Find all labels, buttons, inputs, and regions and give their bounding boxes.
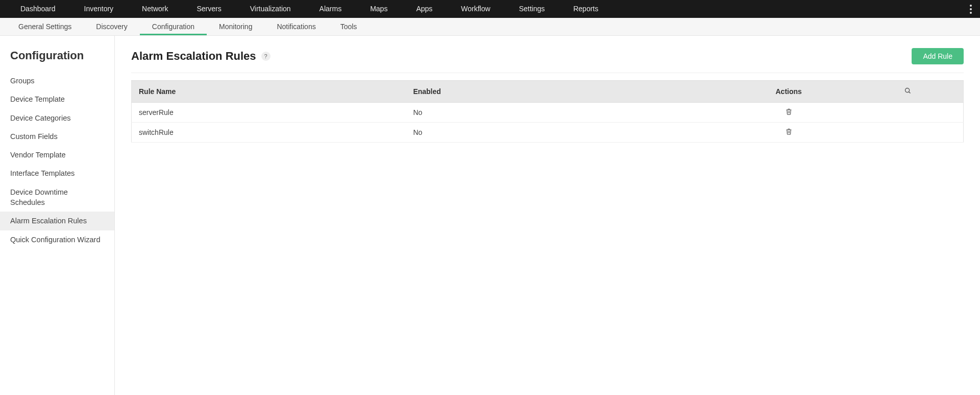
topnav-item-dashboard[interactable]: Dashboard xyxy=(6,0,70,18)
rule-enabled-cell: No xyxy=(406,103,680,123)
sub-nav: General Settings Discovery Configuration… xyxy=(0,18,980,36)
rule-enabled-cell: No xyxy=(406,123,680,143)
sidebar-item-groups[interactable]: Groups xyxy=(0,72,114,90)
trash-icon[interactable] xyxy=(785,108,793,115)
subnav-item-tools[interactable]: Tools xyxy=(328,18,370,35)
rule-name-cell: serverRule xyxy=(132,103,406,123)
topnav-item-workflow[interactable]: Workflow xyxy=(447,0,504,18)
sidebar-item-device-downtime-schedules[interactable]: Device Downtime Schedules xyxy=(0,183,114,212)
help-icon[interactable]: ? xyxy=(261,52,271,61)
add-rule-button[interactable]: Add Rule xyxy=(912,48,964,64)
sidebar-item-interface-templates[interactable]: Interface Templates xyxy=(0,164,114,182)
rule-name-cell: switchRule xyxy=(132,123,406,143)
sidebar-item-custom-fields[interactable]: Custom Fields xyxy=(0,127,114,146)
subnav-item-configuration[interactable]: Configuration xyxy=(140,18,207,35)
table-row[interactable]: switchRule No xyxy=(132,123,964,143)
subnav-item-notifications[interactable]: Notifications xyxy=(264,18,328,35)
top-nav: Dashboard Inventory Network Servers Virt… xyxy=(0,0,980,18)
main-header: Alarm Escalation Rules ? Add Rule xyxy=(131,48,964,73)
topnav-item-virtualization[interactable]: Virtualization xyxy=(236,0,305,18)
topnav-item-inventory[interactable]: Inventory xyxy=(70,0,128,18)
rules-table: Rule Name Enabled Actions serverRule No xyxy=(131,80,964,143)
topnav-item-alarms[interactable]: Alarms xyxy=(305,0,356,18)
table-header-enabled: Enabled xyxy=(406,81,680,103)
sidebar-item-device-template[interactable]: Device Template xyxy=(0,90,114,108)
search-icon[interactable] xyxy=(904,87,912,95)
page-title: Alarm Escalation Rules xyxy=(131,50,256,63)
subnav-item-monitoring[interactable]: Monitoring xyxy=(207,18,264,35)
svg-line-1 xyxy=(909,92,911,94)
sidebar-title: Configuration xyxy=(0,45,114,72)
trash-icon[interactable] xyxy=(785,128,793,135)
svg-point-0 xyxy=(905,88,910,92)
subnav-item-general-settings[interactable]: General Settings xyxy=(6,18,84,35)
table-row[interactable]: serverRule No xyxy=(132,103,964,123)
sidebar-item-quick-configuration-wizard[interactable]: Quick Configuration Wizard xyxy=(0,230,114,249)
sidebar-item-alarm-escalation-rules[interactable]: Alarm Escalation Rules xyxy=(0,212,114,230)
topnav-item-settings[interactable]: Settings xyxy=(505,0,559,18)
more-menu-button[interactable] xyxy=(968,3,974,16)
topnav-item-maps[interactable]: Maps xyxy=(356,0,402,18)
topnav-item-servers[interactable]: Servers xyxy=(182,0,235,18)
table-header-rule-name: Rule Name xyxy=(132,81,406,103)
sidebar: Configuration Groups Device Template Dev… xyxy=(0,36,115,395)
topnav-item-apps[interactable]: Apps xyxy=(402,0,447,18)
subnav-item-discovery[interactable]: Discovery xyxy=(84,18,139,35)
sidebar-item-device-categories[interactable]: Device Categories xyxy=(0,109,114,127)
main-content: Alarm Escalation Rules ? Add Rule Rule N… xyxy=(115,36,980,395)
topnav-item-reports[interactable]: Reports xyxy=(559,0,612,18)
table-header-actions: Actions xyxy=(680,81,897,103)
sidebar-item-vendor-template[interactable]: Vendor Template xyxy=(0,146,114,164)
topnav-item-network[interactable]: Network xyxy=(128,0,182,18)
table-header-search xyxy=(897,81,963,103)
